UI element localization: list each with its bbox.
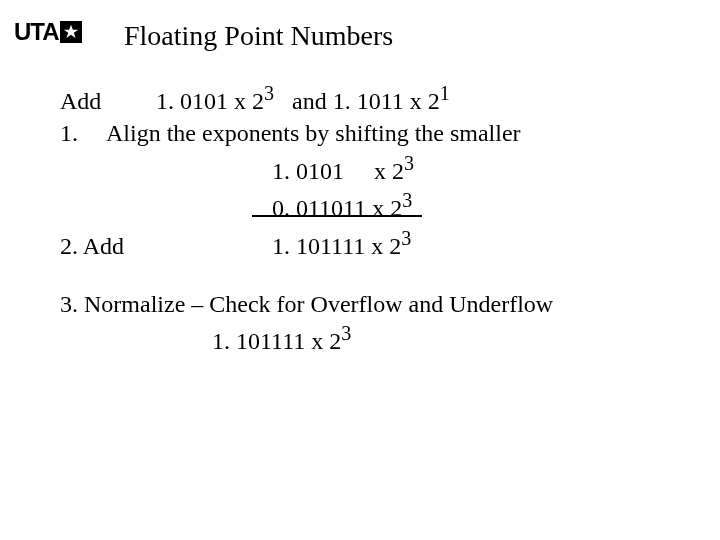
step2-exp: 3: [401, 227, 411, 249]
operand1-mantissa: 1. 0101 x 2: [156, 88, 264, 114]
divider-rule: [252, 215, 422, 217]
problem-line: Add 1. 0101 x 23 and 1. 1011 x 21: [60, 80, 660, 117]
step3-label-line: 3. Normalize – Check for Overflow and Un…: [60, 288, 660, 320]
uta-logo: UTA: [14, 18, 82, 46]
slide: UTA Floating Point Numbers Add 1. 0101 x…: [0, 0, 720, 540]
and-word: and: [292, 88, 327, 114]
step2-label: 2. Add: [60, 230, 150, 262]
step3-val-line: 1. 101111 x 23: [60, 320, 660, 357]
step3-label: 3. Normalize – Check for Overflow and Un…: [60, 291, 553, 317]
operand1-exp: 3: [264, 82, 274, 104]
star-icon: [60, 21, 82, 43]
step1-a-val: 1. 0101 x 2: [272, 158, 404, 184]
step1-a-exp: 3: [404, 152, 414, 174]
step2-line: 2. Add1. 101111 x 23: [60, 225, 660, 262]
step1-line-a: 1. 0101 x 23: [60, 150, 660, 187]
svg-marker-0: [63, 25, 77, 38]
step1-num: 1.: [60, 120, 78, 146]
step3-val: 1. 101111 x 2: [212, 328, 341, 354]
step1-text: Align the exponents by shifting the smal…: [106, 120, 521, 146]
step3-block: 3. Normalize – Check for Overflow and Un…: [60, 288, 660, 358]
slide-title: Floating Point Numbers: [124, 20, 393, 52]
operand2-exp: 1: [440, 82, 450, 104]
slide-body: Add 1. 0101 x 23 and 1. 1011 x 21 1.Alig…: [60, 80, 660, 358]
step1-b-exp: 3: [402, 189, 412, 211]
operand2-mantissa: 1. 1011 x 2: [333, 88, 440, 114]
logo-text: UTA: [14, 18, 59, 46]
step1-label-line: 1.Align the exponents by shifting the sm…: [60, 117, 660, 149]
step2-val: 1. 101111 x 2: [272, 233, 401, 259]
problem-label: Add: [60, 85, 150, 117]
step1-line-b: 0. 011011 x 23: [60, 187, 660, 224]
step3-exp: 3: [341, 322, 351, 344]
step1-b-val: 0. 011011 x 2: [272, 195, 402, 221]
